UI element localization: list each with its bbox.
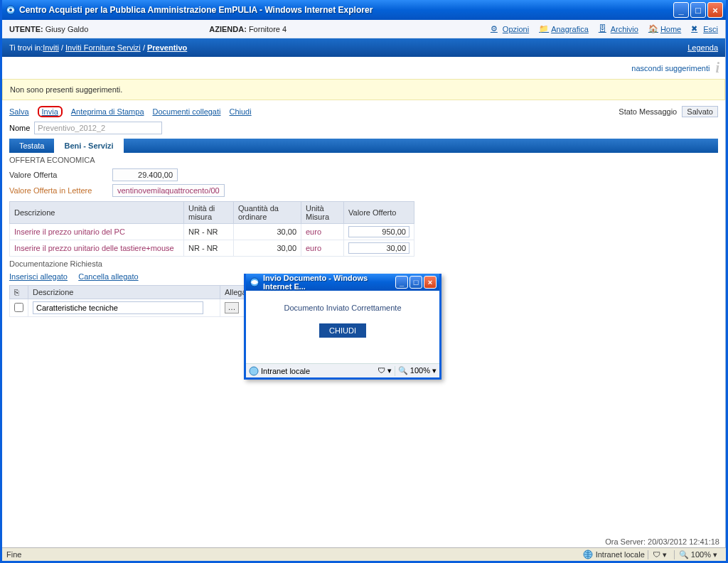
- col-unita-misura-2: Unità Misura: [301, 202, 344, 224]
- home-link[interactable]: 🏠Home: [648, 24, 681, 34]
- documentazione-title: Documentazione Richiesta: [9, 259, 718, 268]
- anagrafica-link[interactable]: 📁Anagrafica: [539, 24, 589, 34]
- col-valore-offerto: Valore Offerto: [344, 202, 414, 224]
- doc-descrizione-input[interactable]: [33, 301, 203, 314]
- legenda-link[interactable]: Legenda: [687, 43, 718, 52]
- offerta-table: Descrizione Unità di misura Quantità da …: [9, 201, 414, 257]
- popup-minimize-button[interactable]: _: [395, 276, 408, 289]
- minimize-button[interactable]: _: [673, 2, 689, 18]
- hide-suggestions-link[interactable]: nascondi suggerimenti: [631, 64, 710, 73]
- table-row: Inserire il prezzo unitario delle tastie…: [10, 240, 414, 257]
- anteprima-link[interactable]: Anteprima di Stampa: [71, 107, 144, 116]
- svg-point-1: [9, 9, 12, 11]
- ie-status-bar: Fine Intranet locale 🛡 ▾ 🔍 100% ▾: [2, 547, 726, 561]
- status-text: Fine: [6, 550, 21, 559]
- breadcrumb-inviti[interactable]: Inviti: [43, 43, 59, 52]
- security-dropdown[interactable]: 🛡 ▾: [648, 550, 671, 559]
- utente-value: Giusy Galdo: [46, 25, 89, 33]
- nome-label: Nome: [9, 124, 30, 132]
- window-title: Centro Acquisti per la Pubblica Amminist…: [19, 5, 673, 15]
- invia-link[interactable]: Invia: [42, 107, 58, 116]
- valore-offerto-input[interactable]: 30,00: [348, 242, 410, 254]
- tab-testata[interactable]: Testata: [9, 139, 54, 153]
- allegato-button[interactable]: …: [225, 302, 239, 313]
- home-icon: 🏠: [648, 24, 658, 34]
- ie-icon: [5, 4, 16, 16]
- suggestions-box: Non sono presenti suggerimenti.: [2, 79, 725, 100]
- close-button[interactable]: ×: [707, 2, 723, 18]
- tab-beni-servizi[interactable]: Beni - Servizi: [54, 139, 123, 153]
- inserisci-allegato-link[interactable]: Inserisci allegato: [9, 272, 68, 281]
- zone-text: Intranet locale: [596, 550, 645, 559]
- popup-zoom-control[interactable]: 🔍 100% ▾: [398, 366, 437, 375]
- stato-messaggio-value: Salvato: [682, 106, 718, 117]
- salva-link[interactable]: Salva: [9, 107, 29, 116]
- valore-lettere-value: ventinovemilaquattrocento/00: [112, 184, 225, 197]
- table-row: Inserire il prezzo unitario del PC NR - …: [10, 224, 414, 240]
- documentazione-table: ⎘ Descrizione Allegato Est … P7: [9, 285, 279, 317]
- doc-row-checkbox[interactable]: [14, 303, 23, 312]
- popup-message: Documento Inviato Correttamente: [252, 304, 434, 312]
- popup-security-dropdown[interactable]: 🛡 ▾: [378, 366, 392, 375]
- popup-window: Invio Documento - Windows Internet E... …: [244, 274, 441, 380]
- stato-messaggio-label: Stato Messaggio Salvato: [619, 106, 718, 117]
- cancella-allegato-link[interactable]: Cancella allegato: [78, 272, 138, 281]
- chiudi-button[interactable]: CHIUDI: [319, 323, 366, 338]
- popup-maximize-button[interactable]: □: [410, 276, 422, 289]
- globe-icon: [583, 549, 593, 559]
- col-checkbox: ⎘: [10, 286, 28, 299]
- exit-icon: ✖: [691, 24, 701, 34]
- chiudi-link[interactable]: Chiudi: [230, 107, 252, 116]
- archivio-link[interactable]: 🗄Archivio: [599, 24, 638, 34]
- table-row: … P7: [10, 299, 279, 317]
- zoom-control[interactable]: 🔍 100% ▾: [674, 550, 722, 559]
- popup-zone: Intranet locale: [261, 367, 310, 375]
- invia-highlight: Invia: [38, 106, 63, 117]
- maximize-button[interactable]: □: [690, 2, 706, 18]
- valore-offerta-value: 29.400,00: [112, 168, 178, 181]
- breadcrumb: Ti trovi in: Inviti / Inviti Forniture S…: [2, 38, 725, 57]
- svg-point-4: [250, 367, 258, 375]
- folder-icon: 📁: [539, 24, 549, 34]
- popup-titlebar: Invio Documento - Windows Internet E... …: [246, 274, 439, 291]
- utente-label: UTENTE:: [9, 25, 43, 33]
- gear-icon: ⚙: [491, 24, 500, 34]
- breadcrumb-prefix: Ti trovi in:: [9, 43, 43, 52]
- ie-icon: [249, 277, 260, 288]
- esci-link[interactable]: ✖Esci: [691, 24, 718, 34]
- info-icon: i: [715, 60, 719, 76]
- col-doc-descrizione: Descrizione: [28, 286, 220, 299]
- server-clock: Ora Server: 20/03/2012 12:41:18: [602, 536, 722, 547]
- col-quantita: Quantità da ordinare: [234, 202, 301, 224]
- opzioni-link[interactable]: ⚙Opzioni: [491, 24, 529, 34]
- valore-offerta-label: Valore Offerta: [9, 171, 112, 179]
- valore-lettere-label: Valore Offerta in Lettere: [9, 186, 112, 195]
- azienda-value: Fornitore 4: [249, 25, 287, 33]
- breadcrumb-current: Preventivo: [147, 43, 187, 52]
- breadcrumb-inviti-forniture[interactable]: Inviti Forniture Servizi: [65, 43, 141, 52]
- azienda-label: AZIENDA:: [209, 25, 247, 33]
- valore-offerto-input[interactable]: 950,00: [348, 226, 410, 237]
- user-bar: UTENTE: Giusy Galdo AZIENDA: Fornitore 4…: [2, 20, 725, 38]
- popup-title: Invio Documento - Windows Internet E...: [263, 274, 395, 291]
- popup-status-bar: Intranet locale 🛡 ▾ 🔍 100% ▾: [246, 363, 439, 377]
- col-unita-misura: Unità di misura: [184, 202, 234, 224]
- nome-input[interactable]: [34, 122, 162, 134]
- popup-close-button[interactable]: ×: [424, 276, 437, 289]
- main-window-titlebar: Centro Acquisti per la Pubblica Amminist…: [2, 0, 726, 20]
- col-descrizione: Descrizione: [10, 202, 184, 224]
- globe-icon: [249, 366, 259, 376]
- documenti-collegati-link[interactable]: Documenti collegati: [153, 107, 221, 116]
- offerta-title: OFFERTA ECONOMICA: [9, 156, 718, 164]
- archive-icon: 🗄: [599, 24, 609, 34]
